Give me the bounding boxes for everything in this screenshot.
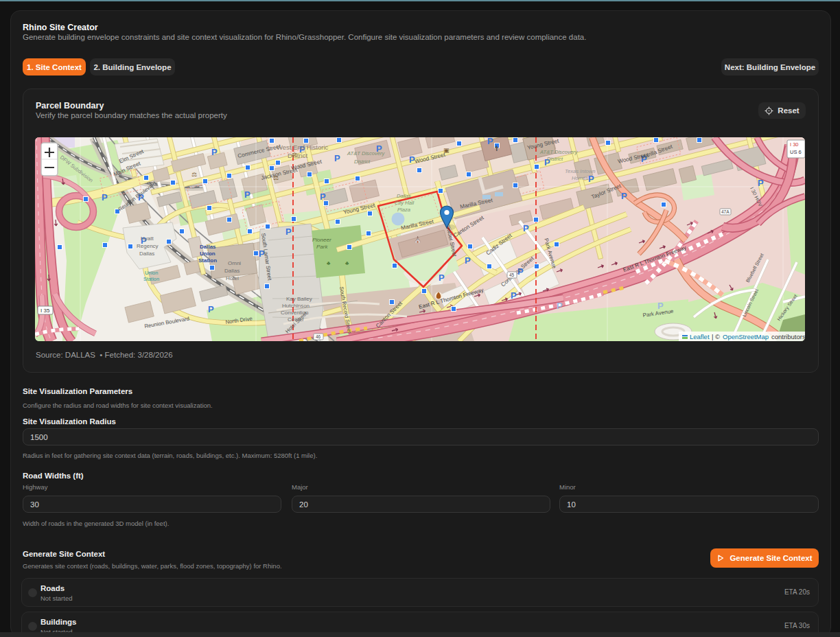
svg-text:West End Historic: West End Historic	[277, 143, 329, 151]
svg-text:| ©: | ©	[712, 333, 720, 340]
svg-text:P: P	[523, 223, 529, 233]
svg-text:P: P	[487, 137, 493, 146]
svg-text:Station: Station	[198, 257, 217, 264]
svg-text:Kay Bailey: Kay Bailey	[286, 296, 312, 302]
svg-text:45: 45	[509, 273, 515, 277]
svg-text:Dallas: Dallas	[200, 244, 216, 250]
svg-text:⚖: ⚖	[292, 151, 297, 158]
svg-text:Union: Union	[145, 270, 158, 276]
svg-text:P: P	[588, 174, 594, 184]
svg-text:Union: Union	[200, 251, 215, 257]
svg-text:P: P	[439, 273, 445, 283]
svg-text:P: P	[758, 178, 764, 188]
svg-text:⛪: ⛪	[414, 235, 422, 244]
svg-text:P: P	[557, 301, 563, 311]
svg-text:P: P	[320, 192, 326, 202]
svg-text:P: P	[465, 255, 471, 266]
svg-text:OpenStreetMap: OpenStreetMap	[723, 333, 769, 340]
svg-text:⚖: ⚖	[273, 174, 279, 181]
svg-text:P: P	[244, 189, 250, 200]
svg-text:District: District	[547, 156, 563, 162]
svg-text:P: P	[211, 147, 218, 157]
svg-text:Park: Park	[316, 244, 328, 250]
svg-text:AT&T Discovery: AT&T Discovery	[539, 149, 578, 155]
svg-text:♣: ♣	[345, 260, 349, 266]
svg-text:AT&T Discovery: AT&T Discovery	[347, 150, 385, 157]
svg-text:P: P	[285, 227, 292, 237]
svg-text:▣: ▣	[443, 147, 450, 154]
svg-text:P: P	[102, 192, 108, 202]
svg-text:⚖: ⚖	[191, 171, 197, 178]
svg-text:US 6: US 6	[790, 149, 802, 155]
svg-text:Dallas: Dallas	[224, 268, 240, 274]
svg-text:Dallas: Dallas	[139, 251, 154, 257]
svg-text:Texas Intown: Texas Intown	[565, 168, 595, 174]
svg-text:Plaza: Plaza	[397, 207, 410, 213]
svg-text:P: P	[621, 191, 627, 201]
svg-text:47A: 47A	[721, 209, 730, 214]
svg-text:Station: Station	[143, 276, 159, 282]
svg-text:✝: ✝	[493, 144, 500, 152]
svg-text:District: District	[288, 152, 307, 159]
svg-text:City Hall: City Hall	[395, 200, 415, 206]
svg-text:I 35: I 35	[40, 308, 50, 314]
svg-text:Regency: Regency	[137, 243, 159, 249]
svg-text:P: P	[334, 153, 340, 163]
svg-text:46: 46	[316, 334, 321, 339]
svg-text:Leaflet: Leaflet	[690, 333, 710, 340]
svg-text:P: P	[511, 290, 517, 301]
svg-text:Hyatt: Hyatt	[141, 235, 154, 242]
svg-text:♣: ♣	[327, 260, 331, 266]
svg-text:Dallas: Dallas	[397, 193, 411, 199]
svg-text:contributors: contributors	[771, 333, 805, 340]
svg-text:Pioneer: Pioneer	[312, 237, 331, 243]
svg-text:P: P	[208, 304, 214, 314]
svg-text:Omni: Omni	[228, 260, 241, 266]
svg-text:Hotel: Hotel	[226, 275, 239, 281]
svg-text:Center: Center	[288, 316, 304, 323]
svg-text:Convention: Convention	[281, 310, 308, 316]
svg-text:I 30: I 30	[790, 141, 799, 148]
svg-text:Homes: Homes	[572, 175, 588, 181]
svg-text:District: District	[354, 159, 371, 165]
svg-text:Hutchinson: Hutchinson	[282, 303, 310, 309]
